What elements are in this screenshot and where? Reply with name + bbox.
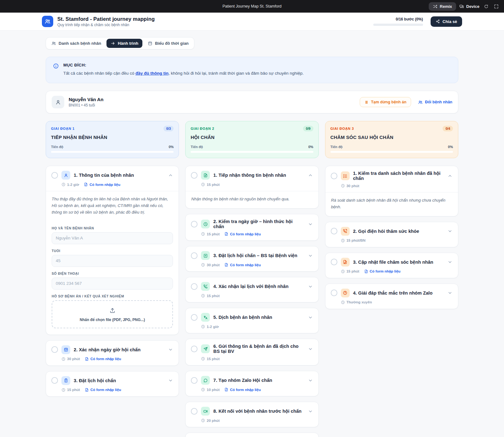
user-icon bbox=[61, 171, 70, 180]
share-button[interactable]: Chia sẻ bbox=[431, 16, 462, 27]
task-description: Thu thập đầy đủ thông tin liên hệ của Bệ… bbox=[46, 191, 179, 221]
field-input[interactable] bbox=[52, 232, 173, 244]
task-duration: 15 phút bbox=[61, 388, 80, 392]
chevron-down-icon[interactable] bbox=[447, 228, 453, 234]
view-tab-1[interactable]: Danh sách bệnh nhân bbox=[47, 39, 105, 48]
patient-card: Nguyễn Văn An BN001 • 45 tuổi Tạm dừng b… bbox=[46, 91, 458, 113]
remix-button[interactable]: Remix bbox=[429, 2, 456, 11]
task-checkbox[interactable] bbox=[191, 252, 198, 259]
task-card: 2. Xác nhận ngày giờ hội chẩn 30 phút Có… bbox=[46, 340, 179, 366]
task-title: 5. Dịch bệnh án bệnh nhân bbox=[213, 315, 304, 320]
task-duration: 15 phút bbox=[341, 269, 359, 273]
task-checkbox[interactable] bbox=[191, 221, 198, 227]
field-label: HỌ VÀ TÊN BỆNH NHÂN bbox=[52, 226, 173, 230]
task-checkbox[interactable] bbox=[51, 346, 58, 353]
task-checkbox[interactable] bbox=[331, 290, 337, 296]
form-doc-icon bbox=[84, 182, 88, 187]
field-label: HỒ SƠ BỆNH ÁN / KẾT QUẢ XÉT NGHIỆM bbox=[52, 294, 173, 298]
refresh-button[interactable] bbox=[483, 3, 490, 10]
clock-icon bbox=[201, 357, 205, 361]
stage-count-badge: 0/9 bbox=[303, 126, 313, 131]
task-card: 7. Tạo nhóm Zalo Hội chẩn 10 phút Có for… bbox=[185, 371, 318, 396]
stage-title: CHĂM SÓC SAU HỘI CHẨN bbox=[330, 135, 453, 140]
patient-avatar bbox=[52, 96, 64, 108]
task-form-badge: Có form nhập liệu bbox=[224, 388, 261, 392]
chevron-down-icon[interactable] bbox=[308, 378, 313, 383]
task-checkbox[interactable] bbox=[191, 408, 198, 415]
task-card: 9. Phiên dịch buổi Hội chẩn 1-2 giờ Có f… bbox=[185, 433, 318, 437]
chevron-down-icon[interactable] bbox=[308, 221, 313, 227]
info-icon bbox=[53, 63, 59, 69]
chevron-down-icon[interactable] bbox=[308, 315, 313, 320]
task-card: 2. Kiểm tra ngày giờ – hình thức hội chẩ… bbox=[185, 214, 318, 241]
file-upload-dropzone[interactable]: Nhấn để chọn file (PDF, JPG, PNG...) bbox=[52, 300, 173, 328]
task-form-badge: Có form nhập liệu bbox=[85, 388, 121, 392]
purpose-banner: MỤC ĐÍCH: Tất cả các bệnh nhân tiếp cận … bbox=[46, 57, 458, 83]
task-checkbox[interactable] bbox=[191, 172, 198, 179]
users-icon bbox=[418, 100, 423, 105]
task-checkbox[interactable] bbox=[331, 173, 337, 179]
task-checkbox[interactable] bbox=[191, 314, 198, 321]
task-card: 1. Tiếp nhận thông tin bệnh nhân 15 phút… bbox=[185, 166, 318, 209]
chevron-down-icon[interactable] bbox=[308, 253, 313, 258]
task-title: 4. Xác nhận lại lịch với Bệnh nhân bbox=[213, 284, 304, 289]
chevron-down-icon[interactable] bbox=[308, 409, 313, 414]
tab-label: Danh sách bệnh nhân bbox=[59, 41, 101, 46]
chevron-down-icon[interactable] bbox=[168, 347, 173, 352]
share-label: Chia sẻ bbox=[443, 19, 457, 24]
arrow-right-icon bbox=[111, 41, 115, 46]
topbar-actions: Remix Device bbox=[429, 2, 500, 11]
field-input[interactable] bbox=[52, 278, 173, 290]
chevron-down-icon[interactable] bbox=[447, 290, 453, 296]
journey-columns: 1. Thông tin của bệnh nhân 1-2 giờ Có fo… bbox=[46, 166, 458, 437]
device-button[interactable]: Device bbox=[459, 4, 479, 9]
task-checkbox[interactable] bbox=[191, 346, 198, 352]
user-icon bbox=[55, 99, 61, 105]
task-form-badge: Có form nhập liệu bbox=[84, 182, 120, 187]
stage-progress-label: Tiến độ bbox=[191, 145, 203, 149]
task-duration: 15 phút bbox=[201, 182, 220, 187]
task-card: 6. Gửi thông tin & bệnh án đã dịch cho B… bbox=[185, 339, 318, 365]
tab-label: Biểu đồ thời gian bbox=[155, 41, 189, 46]
page: Patient Journey Map St. Stamford Remix D… bbox=[0, 0, 504, 437]
form-doc-icon bbox=[85, 388, 89, 392]
task-duration: 15 phút bbox=[201, 294, 220, 298]
task-card: 1. Thông tin của bệnh nhân 1-2 giờ Có fo… bbox=[46, 166, 179, 335]
task-checkbox[interactable] bbox=[51, 377, 58, 384]
upload-hint: Nhấn để chọn file (PDF, JPG, PNG...) bbox=[55, 318, 169, 322]
view-tab-2[interactable]: Hành trình bbox=[106, 39, 142, 48]
stage-header: GIAI ĐOẠN 2 0/9 HỘI CHẨN Tiến độ 0% bbox=[185, 121, 318, 158]
purpose-heading: MỤC ĐÍCH: bbox=[63, 63, 304, 67]
field-label: SỐ ĐIỆN THOẠI bbox=[52, 272, 173, 275]
chevron-down-icon[interactable] bbox=[168, 378, 173, 383]
task-checkbox[interactable] bbox=[191, 283, 198, 290]
stage-label: GIAI ĐOẠN 2 bbox=[191, 127, 214, 130]
chevron-down-icon[interactable] bbox=[308, 346, 313, 352]
chevron-up-icon[interactable] bbox=[447, 173, 453, 179]
chevron-down-icon[interactable] bbox=[447, 259, 453, 265]
task-checkbox[interactable] bbox=[331, 228, 337, 234]
task-duration: 20 phút bbox=[201, 418, 220, 423]
fullscreen-button[interactable] bbox=[493, 3, 500, 10]
journey-column-green: 1. Tiếp nhận thông tin bệnh nhân 15 phút… bbox=[185, 166, 318, 437]
refresh-icon bbox=[484, 4, 489, 9]
field-input[interactable] bbox=[52, 255, 173, 267]
purpose-highlight-link[interactable]: đầy đủ thông tin bbox=[135, 71, 169, 76]
switch-patient-button[interactable]: Đổi bệnh nhân bbox=[418, 100, 452, 105]
task-duration: 15 phút bbox=[201, 232, 220, 236]
chevron-up-icon[interactable] bbox=[308, 173, 313, 178]
task-title: 3. Đặt lịch hội chẩn bbox=[74, 378, 164, 383]
view-tab-3[interactable]: Biểu đồ thời gian bbox=[144, 39, 193, 48]
task-checkbox[interactable] bbox=[51, 172, 58, 179]
pause-record-button[interactable]: Tạm dừng bệnh án bbox=[360, 97, 411, 107]
task-card: 8. Kết nối với bệnh nhân trước hội chẩn … bbox=[185, 402, 318, 427]
clock-icon bbox=[201, 232, 205, 236]
chevron-down-icon[interactable] bbox=[308, 284, 313, 289]
task-checkbox[interactable] bbox=[191, 377, 198, 384]
device-label: Device bbox=[466, 4, 479, 9]
stage-label: GIAI ĐOẠN 3 bbox=[330, 127, 354, 130]
task-checkbox[interactable] bbox=[331, 259, 337, 265]
app-identity: St. Stamford - Patient journey mapping Q… bbox=[42, 16, 155, 27]
task-title: 1. Tiếp nhận thông tin bệnh nhân bbox=[213, 173, 304, 178]
chevron-up-icon[interactable] bbox=[168, 173, 173, 178]
